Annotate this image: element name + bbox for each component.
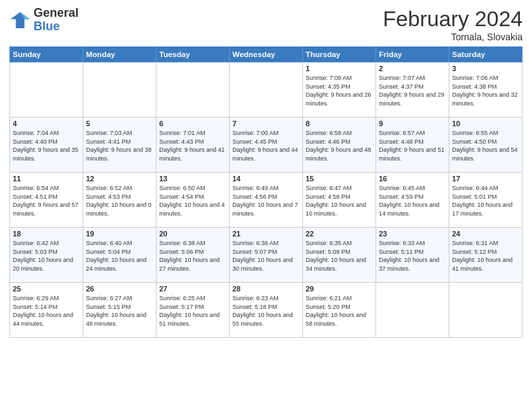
calendar-body: 1Sunrise: 7:08 AM Sunset: 4:35 PM Daylig… — [10, 62, 523, 338]
month-title: February 2024 — [383, 7, 523, 32]
calendar-cell: 18Sunrise: 6:42 AM Sunset: 5:03 PM Dayli… — [10, 228, 83, 283]
calendar-cell: 7Sunrise: 7:00 AM Sunset: 4:45 PM Daylig… — [230, 118, 303, 173]
day-info: Sunrise: 6:23 AM Sunset: 5:18 PM Dayligh… — [232, 294, 300, 328]
day-number: 18 — [13, 230, 80, 238]
calendar-cell — [157, 62, 230, 118]
day-info: Sunrise: 6:38 AM Sunset: 5:06 PM Dayligh… — [159, 239, 226, 273]
day-number: 3 — [452, 64, 519, 73]
day-info: Sunrise: 6:36 AM Sunset: 5:07 PM Dayligh… — [232, 239, 300, 273]
day-info: Sunrise: 7:06 AM Sunset: 4:38 PM Dayligh… — [452, 74, 519, 107]
header: General Blue February 2024 Tornala, Slov… — [9, 7, 523, 42]
day-info: Sunrise: 7:04 AM Sunset: 4:40 PM Dayligh… — [13, 129, 80, 163]
day-info: Sunrise: 6:21 AM Sunset: 5:20 PM Dayligh… — [306, 294, 373, 328]
calendar-cell: 5Sunrise: 7:03 AM Sunset: 4:41 PM Daylig… — [83, 118, 157, 173]
day-number: 26 — [86, 285, 153, 293]
calendar-cell: 14Sunrise: 6:49 AM Sunset: 4:56 PM Dayli… — [230, 173, 303, 228]
logo-general-text: General — [34, 7, 79, 20]
day-number: 11 — [13, 175, 80, 183]
calendar-cell: 8Sunrise: 6:58 AM Sunset: 4:46 PM Daylig… — [303, 118, 376, 173]
calendar-cell: 17Sunrise: 6:44 AM Sunset: 5:01 PM Dayli… — [449, 173, 523, 228]
logo-text: General Blue — [34, 7, 79, 34]
day-info: Sunrise: 6:44 AM Sunset: 5:01 PM Dayligh… — [452, 184, 519, 218]
calendar-cell: 22Sunrise: 6:35 AM Sunset: 5:09 PM Dayli… — [303, 228, 376, 283]
day-info: Sunrise: 7:08 AM Sunset: 4:35 PM Dayligh… — [306, 74, 373, 107]
calendar-cell — [449, 283, 523, 338]
col-tuesday: Tuesday — [157, 47, 230, 62]
day-number: 4 — [13, 120, 80, 128]
page: General Blue February 2024 Tornala, Slov… — [0, 0, 532, 411]
calendar-cell — [230, 62, 303, 118]
col-thursday: Thursday — [303, 47, 376, 62]
day-number: 27 — [159, 285, 226, 293]
calendar-cell: 11Sunrise: 6:54 AM Sunset: 4:51 PM Dayli… — [10, 173, 83, 228]
calendar-cell: 26Sunrise: 6:27 AM Sunset: 5:15 PM Dayli… — [83, 283, 157, 338]
day-info: Sunrise: 6:35 AM Sunset: 5:09 PM Dayligh… — [306, 239, 373, 273]
day-number: 28 — [232, 285, 300, 293]
day-number: 21 — [232, 230, 300, 238]
col-saturday: Saturday — [449, 47, 523, 62]
calendar-cell — [83, 62, 157, 118]
day-info: Sunrise: 6:31 AM Sunset: 5:12 PM Dayligh… — [452, 239, 519, 273]
day-info: Sunrise: 6:55 AM Sunset: 4:50 PM Dayligh… — [452, 129, 519, 163]
day-number: 8 — [306, 120, 373, 128]
day-number: 13 — [159, 175, 226, 183]
day-info: Sunrise: 7:07 AM Sunset: 4:37 PM Dayligh… — [379, 74, 446, 107]
calendar-cell: 2Sunrise: 7:07 AM Sunset: 4:37 PM Daylig… — [376, 62, 449, 118]
day-number: 17 — [452, 175, 519, 183]
day-number: 19 — [86, 230, 153, 238]
day-info: Sunrise: 6:27 AM Sunset: 5:15 PM Dayligh… — [86, 294, 153, 328]
day-info: Sunrise: 7:00 AM Sunset: 4:45 PM Dayligh… — [232, 129, 300, 163]
day-info: Sunrise: 6:47 AM Sunset: 4:58 PM Dayligh… — [306, 184, 373, 218]
day-number: 15 — [306, 175, 373, 183]
calendar-cell: 24Sunrise: 6:31 AM Sunset: 5:12 PM Dayli… — [449, 228, 523, 283]
day-info: Sunrise: 6:45 AM Sunset: 4:59 PM Dayligh… — [379, 184, 446, 218]
day-number: 10 — [452, 120, 519, 128]
calendar-cell: 28Sunrise: 6:23 AM Sunset: 5:18 PM Dayli… — [230, 283, 303, 338]
calendar-cell: 21Sunrise: 6:36 AM Sunset: 5:07 PM Dayli… — [230, 228, 303, 283]
calendar-cell: 3Sunrise: 7:06 AM Sunset: 4:38 PM Daylig… — [449, 62, 523, 118]
calendar-header: Sunday Monday Tuesday Wednesday Thursday… — [10, 47, 523, 62]
calendar-cell: 25Sunrise: 6:29 AM Sunset: 5:14 PM Dayli… — [10, 283, 83, 338]
day-number: 20 — [159, 230, 226, 238]
day-info: Sunrise: 6:58 AM Sunset: 4:46 PM Dayligh… — [306, 129, 373, 163]
day-number: 22 — [306, 230, 373, 238]
logo: General Blue — [9, 7, 79, 34]
day-number: 7 — [232, 120, 300, 128]
calendar-cell: 15Sunrise: 6:47 AM Sunset: 4:58 PM Dayli… — [303, 173, 376, 228]
day-info: Sunrise: 6:40 AM Sunset: 5:04 PM Dayligh… — [86, 239, 153, 273]
day-number: 9 — [379, 120, 446, 128]
calendar-cell — [376, 283, 449, 338]
day-number: 23 — [379, 230, 446, 238]
day-number: 2 — [379, 64, 446, 73]
day-number: 6 — [159, 120, 226, 128]
calendar-week-4: 18Sunrise: 6:42 AM Sunset: 5:03 PM Dayli… — [10, 228, 523, 283]
day-info: Sunrise: 6:50 AM Sunset: 4:54 PM Dayligh… — [159, 184, 226, 218]
col-friday: Friday — [376, 47, 449, 62]
day-info: Sunrise: 6:33 AM Sunset: 5:11 PM Dayligh… — [379, 239, 446, 273]
calendar-cell: 6Sunrise: 7:01 AM Sunset: 4:43 PM Daylig… — [157, 118, 230, 173]
title-block: February 2024 Tornala, Slovakia — [383, 7, 523, 42]
day-info: Sunrise: 6:25 AM Sunset: 5:17 PM Dayligh… — [159, 294, 226, 328]
day-info: Sunrise: 7:01 AM Sunset: 4:43 PM Dayligh… — [159, 129, 226, 163]
logo-bird-icon — [9, 9, 31, 31]
calendar-cell: 9Sunrise: 6:57 AM Sunset: 4:48 PM Daylig… — [376, 118, 449, 173]
day-number: 1 — [306, 64, 373, 73]
header-row: Sunday Monday Tuesday Wednesday Thursday… — [10, 47, 523, 62]
day-number: 29 — [306, 285, 373, 293]
logo-blue-text: Blue — [34, 20, 79, 34]
calendar-cell — [10, 62, 83, 118]
calendar-week-5: 25Sunrise: 6:29 AM Sunset: 5:14 PM Dayli… — [10, 283, 523, 338]
calendar-week-2: 4Sunrise: 7:04 AM Sunset: 4:40 PM Daylig… — [10, 118, 523, 173]
col-monday: Monday — [83, 47, 157, 62]
day-info: Sunrise: 6:42 AM Sunset: 5:03 PM Dayligh… — [13, 239, 80, 273]
day-number: 25 — [13, 285, 80, 293]
calendar-cell: 16Sunrise: 6:45 AM Sunset: 4:59 PM Dayli… — [376, 173, 449, 228]
svg-marker-0 — [11, 12, 30, 28]
calendar-table: Sunday Monday Tuesday Wednesday Thursday… — [9, 46, 523, 338]
day-number: 5 — [86, 120, 153, 128]
calendar-week-3: 11Sunrise: 6:54 AM Sunset: 4:51 PM Dayli… — [10, 173, 523, 228]
calendar-cell: 4Sunrise: 7:04 AM Sunset: 4:40 PM Daylig… — [10, 118, 83, 173]
calendar-week-1: 1Sunrise: 7:08 AM Sunset: 4:35 PM Daylig… — [10, 62, 523, 118]
location: Tornala, Slovakia — [383, 32, 523, 42]
day-number: 12 — [86, 175, 153, 183]
